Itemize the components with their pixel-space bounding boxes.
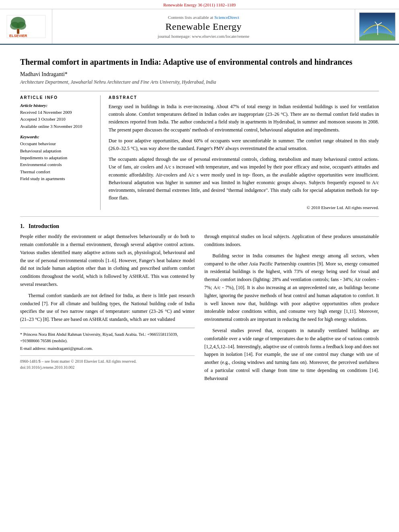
intro-right-text: through empirical studies on local subje… <box>204 233 379 382</box>
bottom-bar: 0960-1481/$ – see front matter © 2010 El… <box>20 355 195 370</box>
footnote-2: E-mail address: maindraganti@gmail.com. <box>20 345 195 352</box>
intro-right-col: through empirical studies on local subje… <box>204 233 379 386</box>
article-info-label: ARTICLE INFO <box>20 95 94 100</box>
keywords-label: Keywords: <box>20 134 94 139</box>
keyword-4: Environmental controls <box>20 162 94 168</box>
elsevier-logo-area: ELSEVIER <box>0 9 52 44</box>
intro-left-text: People either modify the environment or … <box>20 233 195 324</box>
intro-left-col: People either modify the environment or … <box>20 233 195 386</box>
paper-content: Thermal comfort in apartments in India: … <box>0 45 399 394</box>
svg-point-3 <box>16 22 26 30</box>
citation-bar: Renewable Energy 36 (2011) 1182–1189 <box>0 0 399 9</box>
journal-title: Renewable Energy <box>165 21 242 32</box>
introduction-heading: 1. Introduction <box>20 223 379 230</box>
science-direct-link[interactable]: ScienceDirect <box>214 15 239 20</box>
journal-homepage: journal homepage: www.elsevier.com/locat… <box>158 34 249 39</box>
available-date: Available online 3 November 2010 <box>20 123 94 129</box>
history-label: Article history: <box>20 103 94 108</box>
journal-cover-area: Renewable Energy <box>355 9 399 44</box>
abstract-label: ABSTRACT <box>109 95 379 100</box>
paper-affiliation: Architecture Department, Jawaharlal Nehr… <box>20 79 379 85</box>
copyright-text: © 2010 Elsevier Ltd. All rights reserved… <box>109 205 379 210</box>
article-info-column: ARTICLE INFO Article history: Received 1… <box>20 95 101 210</box>
introduction-body: People either modify the environment or … <box>20 233 379 386</box>
keyword-2: Behavioural adaptation <box>20 148 94 154</box>
keyword-6: Field study in apartments <box>20 176 94 182</box>
received-date: Received 14 November 2009 <box>20 109 94 115</box>
keywords-section: Keywords: Occupant behaviour Behavioural… <box>20 134 94 182</box>
citation-text: Renewable Energy 36 (2011) 1182–1189 <box>163 2 236 7</box>
elsevier-logo: ELSEVIER <box>6 14 46 39</box>
keyword-1: Occupant behaviour <box>20 141 94 147</box>
journal-header: ELSEVIER Contents lists available at Sci… <box>0 9 399 45</box>
paper-title: Thermal comfort in apartments in India: … <box>20 57 379 67</box>
journal-header-center: Contents lists available at ScienceDirec… <box>52 9 355 44</box>
issn-line: 0960-1481/$ – see front matter © 2010 El… <box>20 358 195 364</box>
svg-rect-4 <box>17 29 19 34</box>
svg-text:ELSEVIER: ELSEVIER <box>9 34 27 38</box>
article-info-abstract: ARTICLE INFO Article history: Received 1… <box>20 91 379 210</box>
introduction-section: 1. Introduction People either modify the… <box>20 223 379 386</box>
doi-line: doi:10.1016/j.renene.2010.10.002 <box>20 364 195 370</box>
footnotes-area: * Princess Nora Bint Abdul Rahman Univer… <box>20 328 195 351</box>
abstract-paragraph-1: Energy used in buildings in India is eve… <box>109 103 379 202</box>
keyword-5: Thermal comfort <box>20 169 94 175</box>
section-divider <box>20 216 379 217</box>
footnote-1: * Princess Nora Bint Abdul Rahman Univer… <box>20 331 195 344</box>
abstract-column: ABSTRACT Energy used in buildings in Ind… <box>109 95 379 210</box>
science-direct-line: Contents lists available at ScienceDirec… <box>168 15 239 20</box>
accepted-date: Accepted 3 October 2010 <box>20 116 94 122</box>
keyword-3: Impediments to adaptation <box>20 155 94 161</box>
paper-author: Madhavi Indraganti* <box>20 71 379 78</box>
journal-cover-image: Renewable Energy <box>359 12 395 41</box>
